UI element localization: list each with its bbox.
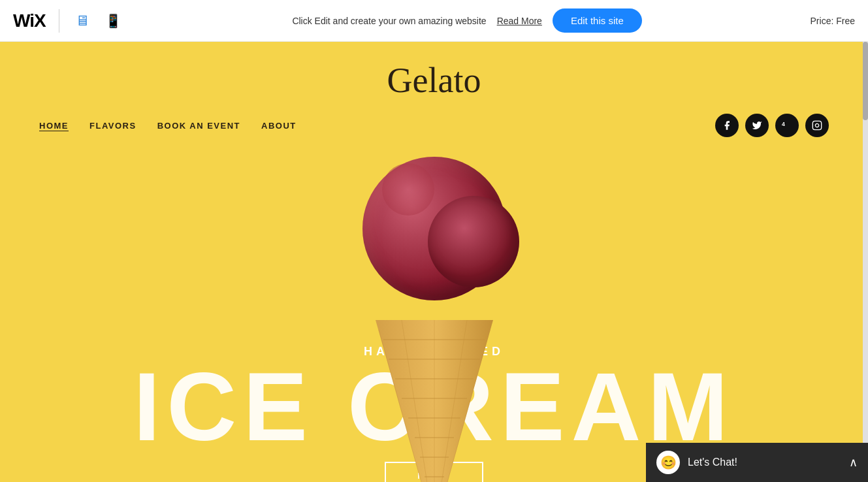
ice-cream-image	[330, 144, 539, 482]
nav-item-flavors[interactable]: FLAVORS	[89, 121, 137, 131]
topbar: WiX 🖥 📱 Click Edit and create your own a…	[0, 0, 868, 42]
chat-avatar-icon: 😊	[660, 455, 677, 470]
topbar-divider	[59, 9, 59, 33]
chat-widget[interactable]: 😊 Let's Chat! ∧	[646, 443, 868, 482]
site-brand-title: Gelato	[387, 61, 481, 100]
foursquare-icon[interactable]: 4	[775, 114, 799, 137]
nav-item-about[interactable]: ABOUT	[261, 121, 297, 131]
wix-logo: WiX	[13, 10, 46, 31]
nav-item-home[interactable]: HOME	[39, 121, 69, 131]
hero-section: HAND CRAFTED ICE CREAM MENU	[0, 144, 868, 482]
site-nav: HOME FLAVORS BOOK AN EVENT ABOUT 4	[39, 104, 829, 144]
svg-text:4: 4	[782, 121, 785, 127]
instagram-icon[interactable]	[805, 114, 829, 137]
topbar-center: Click Edit and create your own amazing w…	[124, 8, 811, 33]
desktop-icon[interactable]: 🖥	[72, 10, 92, 32]
facebook-icon[interactable]	[715, 114, 739, 137]
cone-svg	[369, 307, 500, 482]
edit-site-button[interactable]: Edit this site	[553, 8, 642, 33]
topbar-price: Price: Free	[811, 16, 855, 26]
site-wrapper: Gelato HOME FLAVORS BOOK AN EVENT ABOUT …	[0, 42, 868, 482]
twitter-icon[interactable]	[745, 114, 769, 137]
nav-social: 4	[715, 114, 829, 137]
site-title: Gelato	[39, 54, 829, 104]
chat-avatar: 😊	[656, 451, 680, 474]
nav-item-book[interactable]: BOOK AN EVENT	[157, 121, 240, 131]
scoop-side	[428, 196, 519, 287]
scrollbar-thumb[interactable]	[863, 42, 868, 120]
site-header: Gelato HOME FLAVORS BOOK AN EVENT ABOUT …	[0, 42, 868, 144]
topbar-left: WiX 🖥 📱	[13, 9, 124, 33]
read-more-link[interactable]: Read More	[497, 16, 542, 26]
chat-chevron-icon: ∧	[849, 455, 858, 470]
chat-label: Let's Chat!	[688, 457, 841, 468]
nav-links: HOME FLAVORS BOOK AN EVENT ABOUT	[39, 121, 297, 131]
svg-rect-1	[812, 121, 821, 129]
topbar-message: Click Edit and create your own amazing w…	[292, 16, 486, 26]
mobile-icon[interactable]: 📱	[103, 10, 124, 31]
scoop-group	[349, 144, 519, 320]
